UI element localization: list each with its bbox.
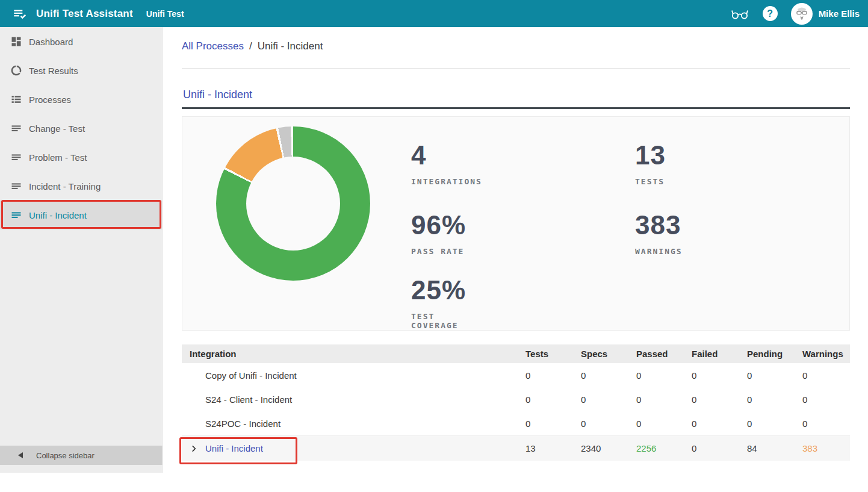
cell-warnings: 383 xyxy=(802,443,850,453)
breadcrumb: All Processes / Unifi - Incident xyxy=(182,40,323,52)
stat-label: INTEGRATIONS xyxy=(411,177,482,186)
stat-label: TEST COVERAGE xyxy=(411,312,466,330)
table-row-unifi-incident[interactable]: Unifi - Incident 13 2340 2256 0 84 383 xyxy=(182,435,850,461)
cell-tests: 13 xyxy=(525,443,581,453)
help-glyph: ? xyxy=(767,8,773,19)
notes-icon xyxy=(10,122,22,135)
cell-warnings: 0 xyxy=(802,394,850,405)
collapse-sidebar-button[interactable]: Collapse sidebar xyxy=(0,446,163,465)
stat-value: 96% xyxy=(411,211,466,240)
stat-warnings: 383 WARNINGS xyxy=(635,211,683,256)
cell-passed: 2256 xyxy=(636,443,692,453)
breadcrumb-divider xyxy=(182,68,850,69)
summary-card: 4 INTEGRATIONS 96% PASS RATE 25% TEST CO… xyxy=(182,116,850,331)
notes-icon xyxy=(10,209,22,222)
breadcrumb-all-processes[interactable]: All Processes xyxy=(182,40,244,52)
sidebar-item-processes[interactable]: Processes xyxy=(0,85,162,114)
collapse-label: Collapse sidebar xyxy=(36,451,95,460)
cell-passed: 0 xyxy=(636,370,692,381)
stat-value: 4 xyxy=(411,141,482,170)
sidebar-item-change-test[interactable]: Change - Test xyxy=(0,114,162,143)
sidebar-item-problem-test[interactable]: Problem - Test xyxy=(0,143,162,172)
user-name: Mike Ellis xyxy=(819,8,860,19)
results-donut-chart xyxy=(216,126,370,281)
sidebar-item-label: Unifi - Incident xyxy=(29,210,87,220)
app-window: Unifi Test Assistant Unifi Test ? xyxy=(0,0,868,492)
col-integration: Integration xyxy=(182,349,525,359)
cell-tests: 0 xyxy=(525,419,581,429)
sidebar-item-label: Incident - Training xyxy=(29,181,101,192)
cell-tests: 0 xyxy=(525,394,581,405)
list-icon xyxy=(10,93,22,106)
stat-value: 25% xyxy=(411,276,466,305)
glasses-icon[interactable] xyxy=(730,7,749,21)
sidebar-item-label: Test Results xyxy=(29,66,78,76)
sidebar-item-label: Dashboard xyxy=(29,37,73,47)
collapse-arrow-icon xyxy=(18,452,23,458)
cell-failed: 0 xyxy=(692,419,747,429)
col-pending: Pending xyxy=(747,349,802,359)
stat-tests: 13 TESTS xyxy=(635,141,666,186)
notes-icon xyxy=(10,180,22,193)
col-tests: Tests xyxy=(525,349,581,359)
col-passed: Passed xyxy=(636,349,692,359)
integration-name: Copy of Unifi - Incident xyxy=(205,370,297,381)
menu-check-icon[interactable] xyxy=(12,6,28,22)
main-content: All Processes / Unifi - Incident Unifi -… xyxy=(163,27,868,492)
col-warnings: Warnings xyxy=(802,349,850,359)
dashboard-icon xyxy=(10,36,22,48)
sidebar-item-label: Processes xyxy=(29,95,71,105)
sidebar-item-incident-training[interactable]: Incident - Training xyxy=(0,172,162,201)
cell-warnings: 0 xyxy=(802,370,850,381)
sidebar-item-test-results[interactable]: Test Results xyxy=(0,56,162,85)
title-underline xyxy=(182,107,850,109)
col-failed: Failed xyxy=(692,349,747,359)
page-title: Unifi - Incident xyxy=(183,89,252,101)
stat-pass-rate: 96% PASS RATE xyxy=(411,211,466,256)
user-avatar xyxy=(791,3,813,25)
cell-pending: 0 xyxy=(747,394,802,405)
integration-link[interactable]: Unifi - Incident xyxy=(205,443,263,453)
cell-failed: 0 xyxy=(692,394,747,405)
cell-failed: 0 xyxy=(692,370,747,381)
sidebar: Dashboard Test Results Processes Change … xyxy=(0,27,163,473)
stat-label: PASS RATE xyxy=(411,247,466,256)
cell-specs: 0 xyxy=(581,419,636,429)
pie-chart-icon xyxy=(10,64,22,77)
cell-passed: 0 xyxy=(636,394,692,405)
user-menu[interactable]: Mike Ellis xyxy=(791,3,860,25)
help-icon[interactable]: ? xyxy=(763,6,778,21)
table-row[interactable]: Copy of Unifi - Incident 0 0 0 0 0 0 xyxy=(182,363,850,387)
app-title: Unifi Test Assistant xyxy=(36,8,133,20)
cell-pending: 0 xyxy=(747,419,802,429)
top-bar: Unifi Test Assistant Unifi Test ? xyxy=(0,0,868,27)
table-row[interactable]: S24POC - Incident 0 0 0 0 0 0 xyxy=(182,411,850,435)
stat-value: 13 xyxy=(635,141,666,170)
table-header: Integration Tests Specs Passed Failed Pe… xyxy=(182,344,850,363)
cell-failed: 0 xyxy=(692,443,747,453)
app-subtitle: Unifi Test xyxy=(146,9,184,19)
stat-label: WARNINGS xyxy=(635,247,683,256)
cell-tests: 0 xyxy=(525,370,581,381)
table-row[interactable]: S24 - Client - Incident 0 0 0 0 0 0 xyxy=(182,387,850,411)
stat-integrations: 4 INTEGRATIONS xyxy=(411,141,482,186)
sidebar-item-unifi-incident[interactable]: Unifi - Incident xyxy=(0,201,162,229)
col-specs: Specs xyxy=(581,349,636,359)
cell-pending: 0 xyxy=(747,370,802,381)
stat-test-coverage: 25% TEST COVERAGE xyxy=(411,276,466,330)
breadcrumb-separator: / xyxy=(249,40,252,52)
cell-specs: 0 xyxy=(581,370,636,381)
cell-pending: 84 xyxy=(747,443,802,453)
stat-value: 383 xyxy=(635,211,683,240)
stat-label: TESTS xyxy=(635,177,666,186)
sidebar-item-label: Change - Test xyxy=(29,123,85,134)
cell-specs: 0 xyxy=(581,394,636,405)
notes-icon xyxy=(10,151,22,164)
expand-chevron-icon[interactable] xyxy=(190,444,198,453)
breadcrumb-current: Unifi - Incident xyxy=(258,40,323,52)
sidebar-item-dashboard[interactable]: Dashboard xyxy=(0,27,162,56)
cell-passed: 0 xyxy=(636,419,692,429)
cell-specs: 2340 xyxy=(581,443,636,453)
cell-warnings: 0 xyxy=(802,419,850,429)
integration-name: S24POC - Incident xyxy=(205,419,281,429)
